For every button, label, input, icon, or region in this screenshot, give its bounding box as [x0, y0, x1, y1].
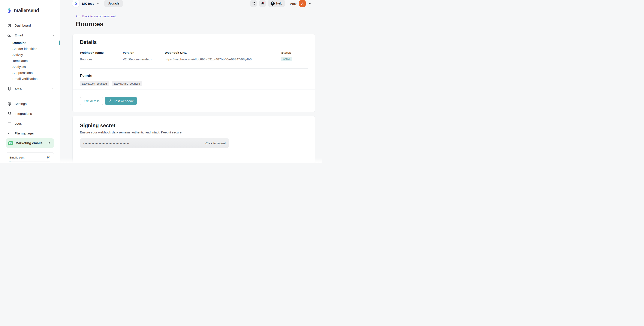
sidebar-item-label: Settings	[14, 102, 26, 106]
event-chips: activity.soft_bounced activity.hard_boun…	[80, 81, 308, 86]
chevron-down-icon[interactable]	[96, 2, 100, 5]
details-card-title: Details	[80, 39, 308, 45]
email-submenu: Domains Sender identities Activity Templ…	[0, 40, 60, 82]
sidebar-nav: Dashboard Email Domains Sender identitie…	[0, 20, 60, 163]
image-icon	[7, 131, 12, 136]
sidebar-item-sms[interactable]: SMS	[0, 84, 60, 94]
sidebar-item-templates[interactable]: Templates	[0, 58, 60, 64]
emails-sent-value: 64	[47, 156, 50, 159]
field-label: Webhook URL	[165, 51, 281, 54]
sidebar-item-email[interactable]: Email	[0, 30, 60, 40]
envelope-icon	[7, 33, 12, 38]
sidebar-item-label: Logs	[14, 122, 22, 126]
signing-secret-card: Signing secret Ensure your webhook data …	[72, 116, 315, 163]
field-webhook-name: Webhook name Bounces	[80, 51, 123, 61]
signing-secret-description: Ensure your webhook data remains authent…	[80, 130, 308, 134]
brand-logo: mailersend	[7, 8, 60, 14]
emails-sent-label: Emails sent	[10, 156, 24, 159]
notifications-button[interactable]	[259, 0, 266, 7]
apps-grid-icon	[252, 2, 256, 5]
chevron-down-icon	[52, 34, 55, 37]
apps-grid-button[interactable]	[250, 0, 257, 7]
page-title: Bounces	[76, 20, 315, 28]
emails-sent-progress-fill	[10, 161, 11, 162]
chevron-down-icon	[52, 87, 55, 90]
bell-icon	[260, 2, 264, 6]
sidebar-item-analytics[interactable]: Analytics	[0, 64, 60, 70]
edit-details-button[interactable]: Edit details	[80, 97, 103, 105]
sidebar-item-domains[interactable]: Domains	[0, 40, 60, 46]
user-name: Amy	[290, 2, 296, 5]
back-link[interactable]: Back to secontainer.net	[76, 14, 116, 18]
upgrade-button[interactable]: Upgrade	[104, 0, 123, 7]
marketing-emails-label: Marketing emails	[16, 141, 42, 145]
signing-secret-field[interactable]: ••••••••••••••••••••••••••••••••• Click …	[80, 138, 229, 148]
masked-secret: •••••••••••••••••••••••••••••••••	[83, 142, 130, 145]
topbar-right: ? Help Amy A	[250, 0, 312, 7]
sidebar-item-label: SMS	[14, 87, 22, 90]
sidebar-item-suppressions[interactable]: Suppressions	[0, 70, 60, 76]
workspace-selector[interactable]: MK test	[82, 2, 94, 5]
field-status: Status Active	[281, 51, 308, 61]
sidebar-item-email-verification[interactable]: Email verification	[0, 76, 60, 82]
page-content: Back to secontainer.net Bounces Details …	[60, 7, 322, 163]
sidebar-item-label: Analytics	[12, 65, 26, 69]
field-version: Version V2 (Recommended)	[123, 51, 165, 61]
pie-chart-icon	[7, 23, 12, 28]
signing-secret-title: Signing secret	[80, 122, 308, 128]
event-chip: activity.hard_bounced	[112, 81, 142, 86]
test-webhook-label: Test webhook	[114, 99, 134, 103]
sidebar-item-label: Templates	[12, 59, 28, 63]
back-arrow-icon	[76, 15, 80, 17]
active-indicator	[59, 40, 60, 45]
sidebar-item-label: Activity	[12, 53, 23, 57]
click-to-reveal-label: Click to reveal	[206, 141, 226, 145]
test-webhook-button[interactable]: Test webhook	[105, 97, 137, 105]
chevron-down-icon[interactable]	[308, 2, 312, 5]
sidebar-item-label: Integrations	[14, 112, 32, 116]
field-label: Version	[123, 51, 165, 54]
sidebar-item-logs[interactable]: Logs	[0, 119, 60, 128]
usage-card: Emails sent 64	[6, 152, 54, 163]
sidebar-item-settings[interactable]: Settings	[0, 99, 60, 109]
field-value: https://webhook.site/4fdc898f-591c-487f-…	[165, 58, 281, 61]
details-card-footer: Edit details Test webhook	[73, 90, 315, 112]
mailersend-logo-icon	[7, 8, 12, 14]
brand-wordmark: mailersend	[14, 8, 39, 14]
field-label: Webhook name	[80, 51, 123, 54]
help-label: Help	[276, 2, 282, 5]
field-label: Status	[281, 51, 308, 54]
sidebar-item-integrations[interactable]: Integrations	[0, 109, 60, 119]
sidebar-item-sender-identities[interactable]: Sender identities	[0, 46, 60, 52]
sidebar-item-dashboard[interactable]: Dashboard	[0, 20, 60, 30]
sidebar-item-label: Email	[14, 34, 23, 37]
help-button[interactable]: ? Help	[268, 0, 285, 7]
back-link-label: Back to secontainer.net	[82, 14, 116, 18]
field-value: V2 (Recommended)	[123, 58, 165, 61]
avatar[interactable]: A	[299, 0, 306, 7]
sidebar-item-file-manager[interactable]: File manager	[0, 128, 60, 138]
sidebar-item-marketing-emails[interactable]: lite Marketing emails	[6, 138, 54, 148]
sidebar-item-label: File manager	[14, 132, 34, 135]
webhook-fields: Webhook name Bounces Version V2 (Recomme…	[80, 51, 308, 61]
integrations-icon	[7, 112, 12, 116]
event-chip: activity.soft_bounced	[80, 81, 109, 86]
gear-icon	[7, 102, 12, 106]
main-area: MK test Upgrade	[60, 0, 322, 163]
mailersend-app: mailersend Dashboard Email Dom	[0, 0, 322, 163]
sidebar-item-label: Suppressions	[12, 71, 32, 75]
sidebar: mailersend Dashboard Email Dom	[0, 0, 60, 163]
flask-icon	[108, 99, 112, 102]
lite-badge: lite	[8, 141, 13, 145]
divider	[80, 68, 308, 68]
notification-dot	[263, 2, 264, 3]
details-card: Details Webhook name Bounces Version V2 …	[72, 34, 315, 112]
question-mark-icon: ?	[270, 2, 275, 6]
emails-sent-progress	[10, 161, 50, 162]
sidebar-item-label: Dashboard	[14, 24, 31, 28]
sidebar-item-activity[interactable]: Activity	[0, 52, 60, 58]
sidebar-item-label: Email verification	[12, 77, 38, 81]
field-webhook-url: Webhook URL https://webhook.site/4fdc898…	[165, 51, 281, 61]
arrow-right-icon	[47, 141, 51, 145]
sidebar-item-label: Domains	[12, 41, 26, 45]
